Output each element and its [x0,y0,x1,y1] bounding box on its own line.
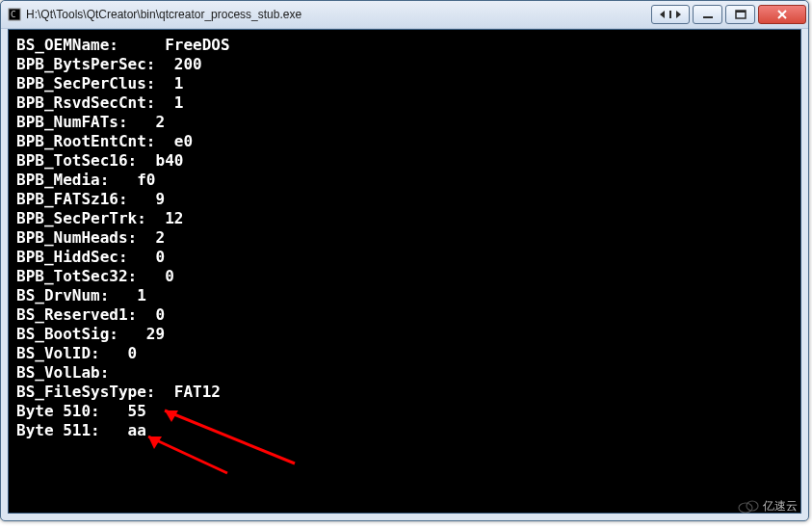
output-line: BPB_FATSz16: 9 [16,190,793,209]
output-line: BPB_RootEntCnt: e0 [16,132,793,151]
output-line: BPB_NumFATs: 2 [16,113,793,132]
output-line: BS_BootSig: 29 [16,325,793,344]
output-line: BPB_Media: f0 [16,171,793,190]
maximize-button[interactable] [725,5,755,24]
output-line: Byte 510: 55 [16,402,793,421]
svg-text:C: C [11,10,15,19]
output-line: BPB_RsvdSecCnt: 1 [16,93,793,113]
titlebar[interactable]: C H:\Qt\Tools\QtCreator\bin\qtcreator_pr… [1,1,808,29]
watermark: 亿速云 [738,498,798,515]
window-title: H:\Qt\Tools\QtCreator\bin\qtcreator_proc… [26,8,301,21]
svg-marker-3 [676,11,681,18]
svg-rect-5 [703,16,713,18]
svg-point-14 [739,503,752,513]
minimize-button[interactable] [693,5,722,24]
output-line: BS_VolID: 0 [16,344,793,363]
terminal-output: BS_OEMName: FreeDOSBPB_BytsPerSec: 200BP… [8,29,801,514]
svg-rect-4 [669,11,671,18]
svg-rect-7 [736,11,746,13]
output-line: BS_DrvNum: 1 [16,286,793,305]
output-line: BPB_SecPerTrk: 12 [16,209,793,228]
move-left-right-button[interactable] [651,5,690,24]
app-icon: C [7,7,22,22]
svg-marker-2 [660,11,665,18]
output-line: BS_VolLab: [16,363,793,383]
output-line: Byte 511: aa [16,421,793,440]
output-line: BPB_TotSec32: 0 [16,267,793,286]
console-window: C H:\Qt\Tools\QtCreator\bin\qtcreator_pr… [0,0,809,521]
output-line: BPB_TotSec16: b40 [16,151,793,171]
output-line: BPB_SecPerClus: 1 [16,74,793,93]
output-line: BS_FileSysType: FAT12 [16,383,793,402]
window-buttons [651,5,806,24]
output-line: BS_OEMName: FreeDOS [16,36,793,55]
close-button[interactable] [758,5,806,24]
output-line: BS_Reserved1: 0 [16,305,793,325]
output-line: BPB_HiddSec: 0 [16,248,793,267]
output-line: BPB_BytsPerSec: 200 [16,55,793,74]
output-line: BPB_NumHeads: 2 [16,228,793,248]
